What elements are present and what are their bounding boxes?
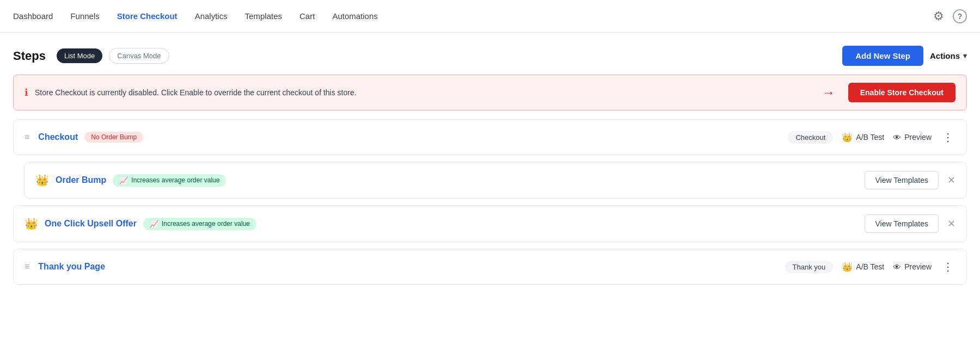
upsell-crown-icon: 👑 [24, 217, 38, 230]
thank-you-type-badge: Thank you [785, 261, 834, 273]
alert-text: Store Checkout is currently disabled. Cl… [35, 88, 816, 97]
checkout-preview-label: Preview [904, 133, 932, 142]
alert-banner: ℹ Store Checkout is currently disabled. … [13, 75, 967, 110]
thank-you-preview-label: Preview [904, 262, 932, 271]
order-bump-close-button[interactable]: ✕ [947, 174, 955, 186]
nav-automations[interactable]: Automations [332, 9, 377, 23]
order-bump-name[interactable]: Order Bump [56, 175, 106, 185]
no-order-bump-badge: No Order Bump [84, 132, 143, 143]
thank-you-preview-button[interactable]: 👁 Preview [893, 262, 932, 272]
alert-arrow-icon: → [822, 85, 835, 100]
thank-you-step-card: ≡ Thank you Page Thank you 👑 A/B Test 👁 … [13, 249, 967, 285]
checkout-eye-icon: 👁 [893, 133, 901, 142]
navbar: Dashboard Funnels Store Checkout Analyti… [0, 0, 980, 33]
checkout-step-card: ≡ Checkout No Order Bump Checkout 👑 A/B … [13, 119, 967, 155]
upsell-badge: 📈 Increases average order value [143, 218, 256, 230]
steps-header-actions: Add New Step Actions ▾ [842, 46, 967, 66]
upsell-name[interactable]: One Click Upsell Offer [45, 219, 137, 229]
order-bump-actions: View Templates ✕ [865, 171, 955, 189]
order-bump-badge: 📈 Increases average order value [113, 174, 226, 187]
alert-info-icon: ℹ [24, 87, 28, 99]
checkout-ab-test-button[interactable]: 👑 A/B Test [842, 132, 884, 143]
thank-you-step-actions: Thank you 👑 A/B Test 👁 Preview ⋮ [785, 260, 955, 273]
nav-store-checkout[interactable]: Store Checkout [117, 9, 177, 23]
checkout-step-name[interactable]: Checkout [38, 132, 78, 142]
list-mode-button[interactable]: List Mode [57, 48, 102, 63]
thank-you-step-name[interactable]: Thank you Page [38, 262, 105, 272]
thank-you-eye-icon: 👁 [893, 262, 901, 272]
nav-dashboard[interactable]: Dashboard [13, 9, 53, 23]
order-bump-chart-icon: 📈 [119, 176, 128, 185]
enable-store-checkout-button[interactable]: Enable Store Checkout [848, 83, 955, 102]
checkout-crown-icon: 👑 [842, 132, 853, 143]
upsell-view-templates-button[interactable]: View Templates [865, 214, 939, 233]
order-bump-badge-text: Increases average order value [131, 176, 219, 184]
checkout-preview-button[interactable]: 👁 Preview [893, 133, 932, 142]
checkout-ab-test-label: A/B Test [856, 133, 884, 142]
nav-right: ⚙ ? [933, 9, 967, 23]
thank-you-more-button[interactable]: ⋮ [940, 260, 955, 273]
thank-you-step-header: ≡ Thank you Page Thank you 👑 A/B Test 👁 … [14, 249, 966, 284]
actions-chevron-icon: ▾ [963, 52, 967, 60]
nav-funnels[interactable]: Funnels [70, 9, 99, 23]
canvas-mode-button[interactable]: Canvas Mode [109, 48, 169, 64]
checkout-step-header: ≡ Checkout No Order Bump Checkout 👑 A/B … [14, 120, 966, 155]
add-new-step-button[interactable]: Add New Step [842, 46, 923, 66]
actions-button[interactable]: Actions ▾ [930, 51, 967, 60]
help-icon[interactable]: ? [953, 9, 967, 23]
checkout-drag-icon: ≡ [24, 132, 29, 142]
checkout-step-actions: Checkout 👑 A/B Test 👁 Preview ⋮ [788, 131, 955, 144]
checkout-type-badge: Checkout [788, 131, 833, 144]
upsell-card: 👑 One Click Upsell Offer 📈 Increases ave… [13, 205, 967, 242]
steps-header: Steps List Mode Canvas Mode Add New Step… [0, 33, 980, 75]
order-bump-card: 👑 Order Bump 📈 Increases average order v… [24, 162, 967, 199]
order-bump-crown-icon: 👑 [35, 174, 49, 187]
nav-templates[interactable]: Templates [245, 9, 282, 23]
thank-you-ab-test-button[interactable]: 👑 A/B Test [842, 262, 884, 272]
upsell-close-button[interactable]: ✕ [947, 218, 955, 230]
thank-you-drag-icon: ≡ [24, 262, 29, 272]
nav-cart[interactable]: Cart [299, 9, 315, 23]
steps-title: Steps [13, 49, 46, 63]
upsell-chart-icon: 📈 [150, 220, 158, 228]
thank-you-ab-test-label: A/B Test [856, 262, 884, 271]
upsell-badge-text: Increases average order value [162, 220, 250, 228]
actions-label: Actions [930, 51, 960, 60]
checkout-more-button[interactable]: ⋮ [940, 131, 955, 144]
upsell-actions: View Templates ✕ [865, 214, 955, 233]
thank-you-crown-icon: 👑 [842, 262, 853, 272]
nav-analytics[interactable]: Analytics [195, 9, 228, 23]
order-bump-view-templates-button[interactable]: View Templates [865, 171, 939, 189]
settings-icon[interactable]: ⚙ [933, 9, 944, 23]
